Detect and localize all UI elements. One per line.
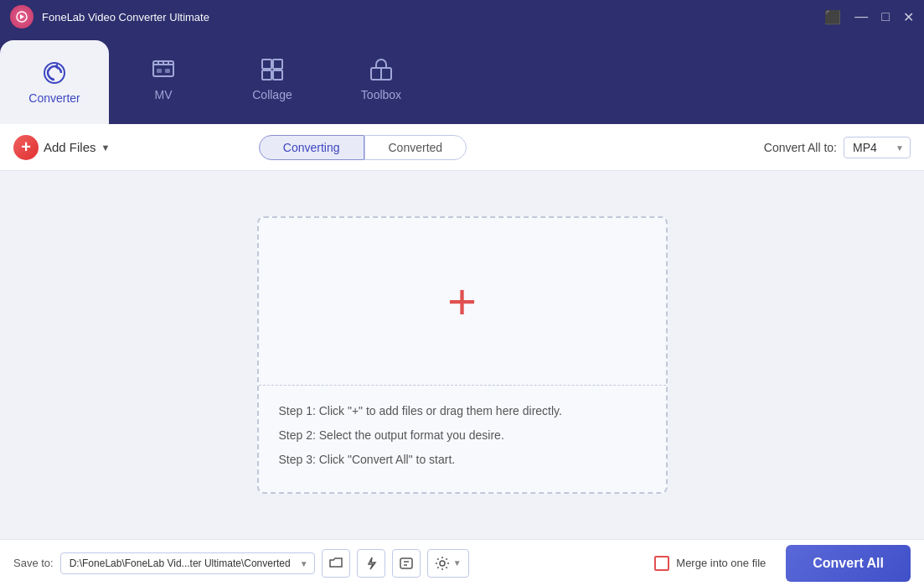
- format-select-wrap: MP4 AVI MOV MKV WMV FLV MP3 AAC: [844, 137, 911, 158]
- tab-converter-label: Converter: [28, 91, 80, 105]
- drop-zone[interactable]: + Step 1: Click "+" to add files or drag…: [257, 216, 668, 494]
- nav-tabs: Converter MV Collage Toolbox: [0, 34, 924, 124]
- add-files-icon: +: [13, 135, 39, 160]
- tab-toolbox[interactable]: Toolbox: [327, 34, 436, 124]
- tab-converter[interactable]: Converter: [0, 40, 109, 124]
- tab-collage-label: Collage: [252, 88, 292, 101]
- step2-text: Step 2: Select the output format you des…: [279, 427, 646, 444]
- flash-off-button[interactable]: [357, 549, 385, 578]
- step3-text: Step 3: Click "Convert All" to start.: [279, 451, 646, 469]
- step1-text: Step 1: Click "+" to add files or drag t…: [279, 402, 646, 420]
- format-select[interactable]: MP4 AVI MOV MKV WMV FLV MP3 AAC: [844, 137, 911, 158]
- save-to-label: Save to:: [13, 557, 54, 569]
- tab-collage[interactable]: Collage: [218, 34, 327, 124]
- tab-mv-label: MV: [155, 88, 173, 101]
- svg-rect-11: [400, 558, 412, 568]
- subtitle-icon[interactable]: ⬛: [824, 9, 841, 25]
- app-title: FoneLab Video Converter Ultimate: [42, 11, 824, 23]
- drop-zone-plus-icon: +: [447, 277, 477, 327]
- drop-zone-instructions: Step 1: Click "+" to add files or drag t…: [259, 386, 666, 492]
- merge-group: Merge into one file: [654, 556, 766, 571]
- drop-zone-icon-area: +: [259, 218, 666, 386]
- tab-mv[interactable]: MV: [109, 34, 218, 124]
- save-path-wrap: D:\FoneLab\FoneLab Vid...ter Ultimate\Co…: [60, 552, 315, 574]
- settings-dropdown-arrow: ▼: [453, 558, 462, 568]
- convert-all-to-group: Convert All to: MP4 AVI MOV MKV WMV FLV …: [764, 137, 911, 158]
- add-files-button[interactable]: + Add Files ▼: [13, 135, 110, 160]
- toolbar: + Add Files ▼ Converting Converted Conve…: [0, 124, 924, 171]
- tab-toolbox-label: Toolbox: [361, 88, 401, 101]
- tab-converted[interactable]: Converted: [364, 135, 467, 160]
- close-button[interactable]: ✕: [903, 9, 914, 25]
- tab-converting[interactable]: Converting: [259, 135, 364, 160]
- convert-all-button[interactable]: Convert All: [786, 545, 911, 582]
- speed-button[interactable]: [392, 549, 421, 578]
- svg-rect-8: [273, 70, 282, 80]
- minimize-button[interactable]: —: [854, 9, 868, 24]
- settings-button[interactable]: ▼: [427, 549, 469, 578]
- svg-rect-7: [262, 70, 271, 80]
- svg-rect-6: [273, 60, 282, 69]
- svg-rect-4: [165, 69, 170, 73]
- app-logo: [10, 5, 34, 29]
- svg-rect-3: [157, 69, 162, 73]
- status-tabs: Converting Converted: [259, 135, 467, 160]
- titlebar: FoneLab Video Converter Ultimate ⬛ — □ ✕: [0, 0, 924, 34]
- add-files-label: Add Files: [44, 140, 96, 154]
- browse-folder-button[interactable]: [322, 549, 350, 578]
- convert-all-to-label: Convert All to:: [764, 141, 837, 154]
- add-files-dropdown-arrow: ▼: [101, 143, 111, 153]
- svg-point-12: [440, 561, 445, 566]
- svg-rect-5: [262, 60, 271, 69]
- footer: Save to: D:\FoneLab\FoneLab Vid...ter Ul…: [0, 539, 924, 586]
- merge-label: Merge into one file: [676, 557, 766, 569]
- maximize-button[interactable]: □: [881, 9, 890, 24]
- main-content: + Step 1: Click "+" to add files or drag…: [0, 171, 924, 539]
- save-path-select[interactable]: D:\FoneLab\FoneLab Vid...ter Ultimate\Co…: [60, 552, 315, 574]
- merge-checkbox[interactable]: [654, 556, 669, 571]
- window-controls: ⬛ — □ ✕: [824, 9, 914, 25]
